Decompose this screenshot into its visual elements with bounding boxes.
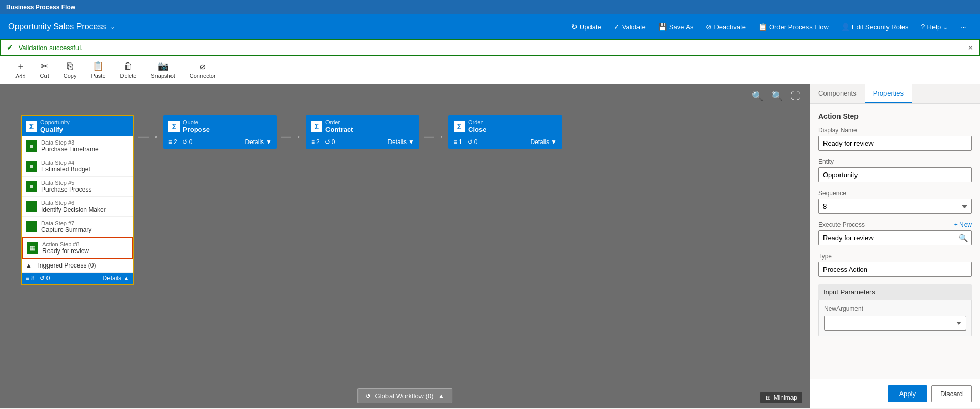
step-capture-summary[interactable]: ≡ Data Step #7 Capture Summary — [22, 217, 133, 237]
footer-left-quote: ≡ 2 ↺ 0 — [168, 138, 192, 146]
input-params-header: Input Parameters — [818, 284, 972, 300]
connector-icon: ⌀ — [200, 60, 206, 72]
connector-3: —→ — [419, 131, 448, 143]
snapshot-button[interactable]: 📷 Snapshot — [144, 58, 182, 81]
node-title-quote: Quote Propose — [183, 119, 210, 133]
canvas-area: 🔍 🔍 ⛶ Σ Opportunity Qualify ≡ — [0, 84, 810, 408]
global-workflow-label: Global Workflow (0) — [375, 392, 434, 400]
global-workflow-icon: ↺ — [365, 392, 371, 400]
data-count-quote: ≡ 2 — [168, 138, 177, 146]
update-button[interactable]: ↻ Update — [566, 20, 606, 34]
add-button[interactable]: ＋ Add — [8, 58, 33, 82]
app-title: Business Process Flow — [6, 4, 75, 11]
flow-node-order-contract[interactable]: Σ Order Contract ≡ 2 ↺ 0 — [306, 115, 419, 149]
chevron-down-icon-2: ▼ — [266, 138, 272, 146]
tab-properties[interactable]: Properties — [865, 84, 912, 103]
panel-footer: Apply Discard — [810, 379, 980, 408]
data-step-icon-5: ≡ — [26, 221, 37, 232]
chevron-up-icon: ▲ — [123, 275, 129, 282]
step-purchase-timeframe[interactable]: ≡ Data Step #3 Purchase Timeframe — [22, 136, 133, 156]
flow-node-quote-propose[interactable]: Σ Quote Propose ≡ 2 ↺ 0 — [163, 115, 277, 149]
data-count-order: ≡ 2 — [311, 138, 320, 146]
details-button-3[interactable]: Details ▼ — [387, 138, 414, 146]
action-step-icon: ▦ — [27, 242, 38, 254]
section-title: Action Step — [818, 112, 972, 120]
node-title-order-close: Order Close — [468, 119, 486, 133]
zoom-out-button[interactable]: 🔍 — [750, 89, 765, 103]
main-content: 🔍 🔍 ⛶ Σ Opportunity Qualify ≡ — [0, 84, 980, 408]
details-button-2[interactable]: Details ▼ — [245, 138, 272, 146]
minimap-bar[interactable]: ⊞ Minimap — [760, 392, 802, 403]
node-icon-order-close: Σ — [454, 121, 465, 132]
triggered-count-icon: ↺ — [40, 275, 45, 282]
apply-button[interactable]: Apply — [888, 385, 927, 402]
save-as-button[interactable]: 💾 Save As — [653, 20, 699, 34]
edit-security-roles-button[interactable]: 👤 Edit Security Roles — [836, 20, 914, 34]
details-button-4[interactable]: Details ▼ — [530, 138, 557, 146]
flow-node-order-close[interactable]: Σ Order Close ≡ 1 ↺ 0 — [448, 115, 562, 149]
execute-process-field: Execute Process + New 🔍 — [818, 221, 972, 245]
step-text-3: Data Step #5 Purchase Process — [41, 180, 91, 193]
connector-1: —→ — [134, 131, 163, 143]
flow-node-opportunity-qualify[interactable]: Σ Opportunity Qualify ≡ Data Step #3 Pur… — [21, 115, 134, 285]
sequence-select[interactable]: 8 — [818, 199, 972, 214]
chevron-down-icon-3: ▼ — [408, 138, 414, 146]
display-name-label: Display Name — [818, 127, 972, 134]
triggered-icon-close: ↺ — [468, 138, 473, 146]
discard-button[interactable]: Discard — [931, 385, 972, 402]
close-validation-icon[interactable]: ✕ — [968, 44, 973, 52]
display-name-input[interactable] — [818, 136, 972, 151]
header-right: ↻ Update ✓ Validate 💾 Save As ⊘ Deactiva… — [566, 20, 972, 34]
step-ready-for-review[interactable]: ▦ Action Step #8 Ready for review — [22, 237, 133, 259]
data-step-icon: ≡ — [26, 140, 37, 152]
delete-button[interactable]: 🗑 Delete — [113, 59, 144, 81]
details-button-1[interactable]: Details ▲ — [102, 275, 129, 282]
paste-icon: 📋 — [92, 60, 104, 72]
deactivate-icon: ⊘ — [706, 23, 712, 31]
validate-icon: ✓ — [614, 23, 620, 31]
node-title-opportunity: Opportunity Qualify — [40, 119, 70, 133]
fit-screen-button[interactable]: ⛶ — [789, 89, 802, 103]
validate-button[interactable]: ✓ Validate — [609, 20, 651, 34]
help-chevron-icon: ⌄ — [943, 23, 948, 31]
triggered-count-close: ↺ 0 — [468, 138, 478, 146]
help-button[interactable]: ? Help ⌄ — [916, 20, 954, 34]
type-input[interactable] — [818, 262, 972, 277]
tab-components[interactable]: Components — [810, 84, 865, 103]
execute-process-label: Execute Process — [818, 221, 865, 228]
step-text: Data Step #3 Purchase Timeframe — [41, 139, 99, 153]
order-process-flow-button[interactable]: 📋 Order Process Flow — [753, 20, 834, 34]
node-header-quote: Σ Quote Propose — [164, 116, 276, 136]
data-count: ≡ 8 — [26, 275, 35, 282]
check-circle-icon: ✔ — [7, 43, 13, 52]
more-icon: ··· — [961, 23, 967, 31]
order-icon: 📋 — [758, 23, 767, 31]
copy-button[interactable]: ⎘ Copy — [56, 59, 84, 81]
more-options-button[interactable]: ··· — [956, 20, 972, 34]
global-workflow[interactable]: ↺ Global Workflow (0) ▲ — [357, 388, 453, 403]
deactivate-button[interactable]: ⊘ Deactivate — [701, 20, 751, 34]
new-link[interactable]: + New — [954, 221, 972, 228]
footer-left-order-contract: ≡ 2 ↺ 0 — [311, 138, 335, 146]
entity-input[interactable] — [818, 167, 972, 182]
add-icon: ＋ — [16, 60, 25, 72]
data-step-icon-close: ≡ — [454, 138, 457, 146]
security-icon: 👤 — [841, 23, 850, 31]
action-toolbar: ＋ Add ✂ Cut ⎘ Copy 📋 Paste 🗑 Delete 📷 Sn… — [0, 56, 980, 84]
save-as-icon: 💾 — [658, 23, 667, 31]
chevron-down-icon[interactable]: ⌄ — [110, 23, 115, 30]
data-step-icon-4: ≡ — [26, 201, 37, 212]
step-estimated-budget[interactable]: ≡ Data Step #4 Estimated Budget — [22, 156, 133, 177]
zoom-in-button[interactable]: 🔍 — [769, 89, 785, 103]
paste-button[interactable]: 📋 Paste — [84, 58, 113, 81]
cut-button[interactable]: ✂ Cut — [33, 58, 56, 81]
execute-process-input[interactable] — [818, 230, 972, 245]
header-toolbar: Opportunity Sales Process ⌄ ↻ Update ✓ V… — [0, 14, 980, 39]
step-decision-maker[interactable]: ≡ Data Step #6 Identify Decision Maker — [22, 197, 133, 217]
connector-button[interactable]: ⌀ Connector — [182, 58, 223, 81]
node-footer-opportunity: ≡ 8 ↺ 0 Details ▲ — [22, 273, 133, 284]
new-argument-select[interactable] — [824, 316, 966, 331]
connector-2: —→ — [277, 131, 306, 143]
panel-tabs: Components Properties — [810, 84, 980, 104]
step-purchase-process[interactable]: ≡ Data Step #5 Purchase Process — [22, 177, 133, 197]
